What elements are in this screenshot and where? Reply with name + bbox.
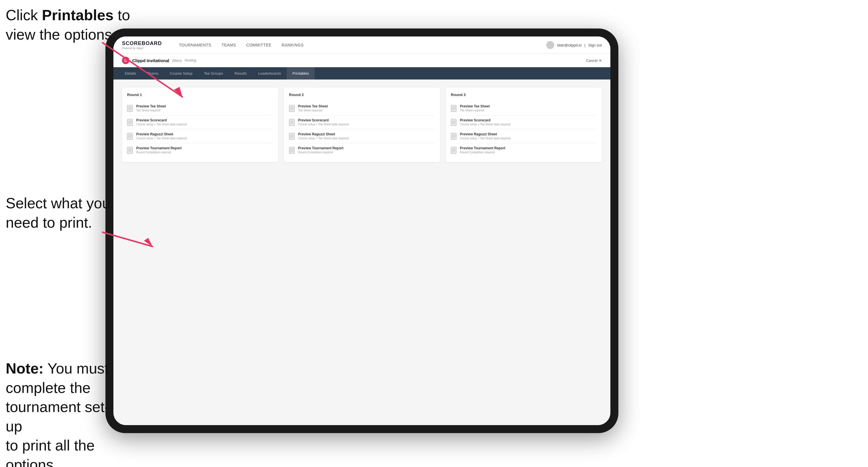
round-2-title: Round 2	[289, 93, 435, 97]
round3-scorecard-info: Preview Scorecard Course setup + Tee She…	[460, 118, 510, 126]
round2-tournament-report-info: Preview Tournament Report Round Completi…	[298, 146, 343, 154]
round3-tee-sheet[interactable]: Preview Tee Sheet Tee Sheet required	[451, 101, 597, 115]
round3-scorecard-note: Course setup + Tee Sheet data required	[460, 123, 510, 126]
raguzzi-icon-r2	[289, 133, 295, 140]
nav-committee[interactable]: COMMITTEE	[246, 43, 272, 47]
tab-leaderboards[interactable]: Leaderboards	[252, 67, 287, 80]
nav-right: blair@clippd.io | Sign out	[546, 41, 602, 49]
tee-sheet-icon	[127, 105, 133, 112]
round1-raguzzi-info: Preview Raguzzi Sheet Course setup + Tee…	[136, 132, 187, 140]
brand-sub: Powered by clippd	[122, 47, 162, 50]
round1-tee-sheet-info: Preview Tee Sheet Tee Sheet required	[136, 104, 166, 112]
round2-scorecard-info: Preview Scorecard Course setup + Tee She…	[298, 118, 348, 126]
round1-scorecard-note: Course setup + Tee Sheet data required	[136, 123, 187, 126]
sign-out-link[interactable]: Sign out	[588, 43, 602, 47]
round1-raguzzi[interactable]: Preview Raguzzi Sheet Course setup + Tee…	[127, 129, 273, 143]
round3-raguzzi-note: Course setup + Tee Sheet data required	[460, 137, 510, 140]
tab-results[interactable]: Results	[229, 67, 252, 80]
cancel-icon: ✕	[599, 58, 602, 63]
tab-tee-groups[interactable]: Tee Groups	[198, 67, 229, 80]
annotation-top-text: Click Printables toview the options.	[6, 7, 130, 43]
tournament-info: C Clippd Invitational (Men) Hosting	[122, 57, 196, 64]
tournament-status: Hosting	[185, 58, 196, 62]
tournament-report-icon-r2	[289, 147, 295, 154]
round2-tournament-report[interactable]: Preview Tournament Report Round Completi…	[289, 143, 435, 157]
tab-details[interactable]: Details	[119, 67, 142, 80]
round1-tournament-report-label: Preview Tournament Report	[136, 146, 182, 150]
round3-scorecard[interactable]: Preview Scorecard Course setup + Tee She…	[451, 115, 597, 129]
round-2-column: Round 2 Preview Tee Sheet Tee Sheet requ…	[284, 88, 440, 162]
tournament-report-icon-r1	[127, 147, 133, 154]
round2-scorecard-note: Course setup + Tee Sheet data required	[298, 123, 348, 126]
nav-separator: |	[585, 43, 585, 47]
clippd-logo: C	[122, 57, 129, 64]
round2-scorecard-label: Preview Scorecard	[298, 118, 348, 122]
nav-tournaments[interactable]: TOURNAMENTS	[179, 43, 211, 47]
tournament-type: (Men)	[172, 58, 182, 63]
round2-tee-sheet-note: Tee Sheet required	[298, 109, 328, 112]
rounds-grid: Round 1 Preview Tee Sheet	[122, 88, 602, 162]
scorecard-icon-r3	[451, 119, 457, 126]
round1-raguzzi-note: Course setup + Tee Sheet data required	[136, 137, 187, 140]
round-1-title: Round 1	[127, 93, 273, 97]
tab-teams[interactable]: Teams	[142, 67, 164, 80]
annotation-bottom: Note: You mustcomplete thetournament set…	[6, 359, 125, 467]
top-nav: SCOREBOARD Powered by clippd TOURNAMENTS…	[114, 36, 610, 54]
round2-tee-sheet-info: Preview Tee Sheet Tee Sheet required	[298, 104, 328, 112]
tournament-name: Clippd Invitational	[132, 58, 169, 63]
round3-tournament-report[interactable]: Preview Tournament Report Round Completi…	[451, 143, 597, 157]
round1-tee-sheet-note: Tee Sheet required	[136, 109, 166, 112]
round3-tournament-report-info: Preview Tournament Report Round Completi…	[460, 146, 505, 154]
round1-raguzzi-label: Preview Raguzzi Sheet	[136, 132, 187, 136]
round2-raguzzi[interactable]: Preview Raguzzi Sheet Course setup + Tee…	[289, 129, 435, 143]
round2-tournament-report-note: Round Completion required	[298, 151, 343, 154]
tee-sheet-icon-r2	[289, 105, 295, 112]
main-content: Round 1 Preview Tee Sheet	[114, 80, 610, 425]
round-3-column: Round 3 Preview Tee Sheet Tee Sheet requ…	[446, 88, 602, 162]
round3-tournament-report-note: Round Completion required	[460, 151, 505, 154]
tab-course-setup[interactable]: Course Setup	[164, 67, 198, 80]
tablet-device: SCOREBOARD Powered by clippd TOURNAMENTS…	[105, 29, 618, 433]
round1-tournament-report[interactable]: Preview Tournament Report Round Completi…	[127, 143, 273, 157]
raguzzi-icon-r1	[127, 133, 133, 140]
scorecard-icon-r2	[289, 119, 295, 126]
round3-tee-sheet-info: Preview Tee Sheet Tee Sheet required	[460, 104, 490, 112]
round1-tee-sheet-label: Preview Tee Sheet	[136, 104, 166, 108]
round2-raguzzi-info: Preview Raguzzi Sheet Course setup + Tee…	[298, 132, 348, 140]
annotation-bold: Printables	[42, 7, 114, 23]
round1-tee-sheet[interactable]: Preview Tee Sheet Tee Sheet required	[127, 101, 273, 115]
round3-scorecard-label: Preview Scorecard	[460, 118, 510, 122]
round1-tournament-report-info: Preview Tournament Report Round Completi…	[136, 146, 182, 154]
annotation-top: Click Printables toview the options.	[6, 6, 130, 44]
round3-raguzzi-label: Preview Raguzzi Sheet	[460, 132, 510, 136]
round2-tee-sheet[interactable]: Preview Tee Sheet Tee Sheet required	[289, 101, 435, 115]
nav-teams[interactable]: TEAMS	[221, 43, 236, 47]
round3-tee-sheet-label: Preview Tee Sheet	[460, 104, 490, 108]
round2-scorecard[interactable]: Preview Scorecard Course setup + Tee She…	[289, 115, 435, 129]
annotation-bottom-bold: Note:	[6, 360, 43, 377]
tee-sheet-icon-r3	[451, 105, 457, 112]
round2-raguzzi-label: Preview Raguzzi Sheet	[298, 132, 348, 136]
tournament-bar: C Clippd Invitational (Men) Hosting Canc…	[114, 54, 610, 67]
round3-raguzzi[interactable]: Preview Raguzzi Sheet Course setup + Tee…	[451, 129, 597, 143]
user-avatar	[546, 41, 554, 49]
nav-rankings[interactable]: RANKINGS	[282, 43, 304, 47]
tournament-report-icon-r3	[451, 147, 457, 154]
tab-bar: Details Teams Course Setup Tee Groups Re…	[114, 67, 610, 80]
cancel-button[interactable]: Cancel ✕	[586, 58, 602, 63]
user-email: blair@clippd.io	[557, 43, 581, 47]
round2-tournament-report-label: Preview Tournament Report	[298, 146, 343, 150]
round-1-column: Round 1 Preview Tee Sheet	[122, 88, 278, 162]
round-3-title: Round 3	[451, 93, 597, 97]
round3-tournament-report-label: Preview Tournament Report	[460, 146, 505, 150]
annotation-middle-text: Select what youneed to print.	[6, 195, 110, 231]
round1-tournament-report-note: Round Completion required	[136, 151, 182, 154]
scorecard-icon-r1	[127, 119, 133, 126]
round1-scorecard[interactable]: Preview Scorecard Course setup + Tee She…	[127, 115, 273, 129]
round2-raguzzi-note: Course setup + Tee Sheet data required	[298, 137, 348, 140]
nav-links: TOURNAMENTS TEAMS COMMITTEE RANKINGS	[179, 43, 304, 47]
tablet-screen: SCOREBOARD Powered by clippd TOURNAMENTS…	[114, 36, 610, 425]
tab-printables[interactable]: Printables	[287, 67, 315, 80]
cancel-label: Cancel	[586, 58, 597, 63]
round3-tee-sheet-note: Tee Sheet required	[460, 109, 490, 112]
